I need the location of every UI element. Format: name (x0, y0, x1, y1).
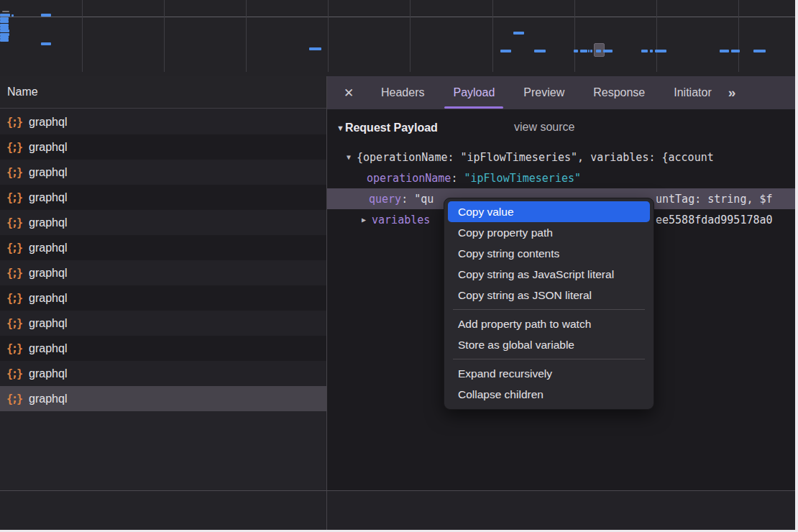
request-name-label: graphql (29, 141, 67, 154)
more-tabs-icon[interactable]: » (728, 85, 735, 101)
json-request-icon: {;} (6, 191, 22, 204)
table-row[interactable]: {;}graphql (0, 160, 326, 185)
table-row[interactable]: {;}graphql (0, 109, 326, 134)
overview-vertical-gridline (328, 0, 329, 72)
close-icon[interactable]: ✕ (341, 86, 356, 101)
table-row[interactable]: {;}graphql (0, 361, 326, 386)
request-timing-bar[interactable] (590, 50, 592, 52)
tab-payload[interactable]: Payload (449, 76, 498, 109)
request-timing-bar[interactable] (0, 20, 9, 23)
request-timing-bar[interactable] (309, 47, 321, 50)
menu-item-copy-property-path[interactable]: Copy property path (448, 222, 650, 243)
menu-item-copy-string-as-javascript-literal[interactable]: Copy string as JavaScript literal (448, 264, 650, 285)
request-timing-bar[interactable] (12, 14, 14, 17)
json-request-icon: {;} (6, 267, 22, 280)
request-timing-bar[interactable] (641, 50, 648, 52)
request-timing-bar[interactable] (650, 50, 653, 52)
menu-item-copy-string-contents[interactable]: Copy string contents (448, 243, 650, 264)
request-name-label: graphql (29, 116, 67, 129)
tab-preview[interactable]: Preview (520, 76, 568, 109)
chevron-right-icon[interactable]: ▶ (362, 216, 366, 224)
json-request-icon: {;} (6, 367, 22, 380)
table-row[interactable]: {;}graphql (0, 260, 326, 285)
json-request-icon: {;} (6, 393, 22, 405)
table-row[interactable]: {;}graphql (0, 235, 326, 260)
property-value-partial: untTag: string, $f (656, 193, 773, 206)
payload-query-row[interactable]: query: "qu (369, 188, 434, 209)
menu-item-store-as-global-variable[interactable]: Store as global variable (448, 334, 650, 355)
request-timing-bar[interactable] (0, 29, 9, 32)
menu-separator (453, 309, 645, 310)
request-timing-bar[interactable] (41, 14, 51, 17)
request-name-label: graphql (29, 342, 67, 355)
request-timing-bar[interactable] (596, 50, 601, 52)
request-name-label: graphql (29, 367, 67, 380)
request-timing-bar[interactable] (500, 50, 511, 52)
payload-preview-text: {operationName: "ipFlowTimeseries", vari… (357, 151, 714, 164)
tab-initiator[interactable]: Initiator (670, 76, 715, 109)
request-timing-bar[interactable] (580, 50, 587, 52)
context-menu: Copy valueCopy property pathCopy string … (444, 198, 654, 410)
json-request-icon: {;} (6, 216, 22, 229)
tabs-container: HeadersPayloadPreviewResponseInitiator (356, 76, 715, 109)
name-column-header-label: Name (7, 86, 38, 98)
overview-vertical-gridline (164, 0, 165, 72)
request-timing-bar[interactable] (574, 50, 578, 52)
payload-preview-line[interactable]: ▼{operationName: "ipFlowTimeseries", var… (347, 147, 714, 168)
request-timing-bar[interactable] (0, 14, 10, 17)
tab-response[interactable]: Response (590, 76, 648, 109)
request-payload-section-header[interactable]: ▼Request Payload (336, 119, 438, 137)
property-key: variables (372, 214, 430, 226)
overview-vertical-gridline (410, 0, 411, 72)
request-timing-bar[interactable] (41, 42, 51, 45)
table-row[interactable]: {;}graphql (0, 285, 326, 311)
menu-item-copy-string-as-json-literal[interactable]: Copy string as JSON literal (448, 285, 650, 306)
requests-list-panel: Name {;}graphql{;}graphql{;}graphql{;}gr… (0, 76, 326, 490)
view-source-link[interactable]: view source (514, 121, 574, 134)
request-payload-title: Request Payload (345, 121, 438, 134)
request-timing-bar[interactable] (0, 39, 9, 42)
request-timing-bar[interactable] (603, 50, 613, 52)
overview-vertical-gridline (82, 0, 83, 72)
chevron-down-icon[interactable]: ▼ (347, 153, 351, 161)
property-value: "ipFlowTimeseries" (464, 172, 581, 185)
request-timing-bar[interactable] (731, 50, 740, 52)
details-tab-bar: ✕ HeadersPayloadPreviewResponseInitiator… (327, 76, 795, 109)
request-name-label: graphql (29, 317, 67, 330)
request-timing-bar[interactable] (753, 50, 766, 52)
request-timing-bar[interactable] (655, 50, 666, 52)
table-row[interactable]: {;}graphql (0, 311, 326, 336)
menu-item-add-property-path-to-watch[interactable]: Add property path to watch (448, 313, 650, 334)
request-timing-bar[interactable] (588, 50, 590, 52)
table-row[interactable]: {;}graphql (0, 336, 326, 361)
request-timing-bar[interactable] (534, 50, 546, 52)
request-timing-bar[interactable] (513, 32, 524, 35)
name-column-header[interactable]: Name (0, 76, 326, 109)
payload-operation-name-row[interactable]: operationName: "ipFlowTimeseries" (367, 168, 581, 188)
payload-variables-row[interactable]: ▶variables (362, 209, 430, 230)
request-timing-bar[interactable] (2, 11, 9, 12)
overview-vertical-gridline (656, 0, 657, 72)
request-name-label: graphql (29, 267, 67, 280)
request-name-label: graphql (29, 292, 67, 305)
tab-headers[interactable]: Headers (377, 76, 428, 109)
request-name-label: graphql (29, 216, 67, 229)
network-overview-timeline[interactable] (0, 0, 795, 76)
table-row[interactable]: {;}graphql (0, 386, 326, 411)
chevron-down-icon: ▼ (336, 124, 344, 132)
overview-vertical-gridline (492, 0, 493, 72)
table-row[interactable]: {;}graphql (0, 185, 326, 210)
footer-left-area (0, 491, 326, 530)
menu-item-expand-recursively[interactable]: Expand recursively (448, 363, 650, 384)
json-request-icon: {;} (6, 242, 22, 254)
table-row[interactable]: {;}graphql (0, 210, 326, 235)
request-timing-bar[interactable] (720, 50, 729, 52)
menu-item-copy-value[interactable]: Copy value (448, 201, 650, 222)
table-row[interactable]: {;}graphql (0, 134, 326, 160)
menu-separator (453, 359, 645, 359)
panel-vertical-divider[interactable] (326, 76, 327, 530)
json-request-icon: {;} (6, 141, 22, 154)
request-name-label: graphql (29, 393, 67, 405)
menu-item-collapse-children[interactable]: Collapse children (448, 384, 650, 405)
property-key: operationName (367, 172, 451, 185)
